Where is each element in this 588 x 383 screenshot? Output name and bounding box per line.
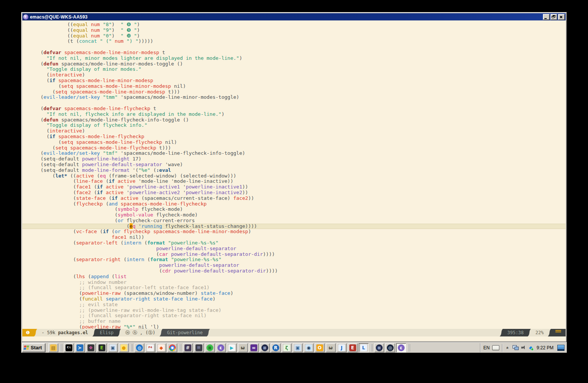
major-mode-segment[interactable]: Elisp bbox=[97, 329, 117, 336]
code-line[interactable]: ;; (powerline-raw evil-mode-line-tag sta… bbox=[41, 308, 566, 313]
code-line[interactable]: (or flycheck-current-errors bbox=[41, 218, 566, 224]
code-line[interactable]: (defun spacemacs/mode-line-minor-modes-t… bbox=[41, 61, 566, 67]
code-line[interactable]: (setq-default powerline-height 17) bbox=[41, 156, 566, 162]
code-line[interactable]: (symbol-value flycheck-mode) bbox=[41, 212, 566, 218]
taskbar-grip[interactable] bbox=[371, 344, 372, 352]
taskbar-grip[interactable] bbox=[131, 344, 133, 352]
quick-launch-folder[interactable]: ▤ bbox=[48, 343, 58, 352]
code-line[interactable]: (defvar spacemacs-mode-line-flycheckp t bbox=[41, 106, 566, 112]
hud-segment[interactable] bbox=[552, 329, 566, 336]
quick-launch-audio[interactable]: ||| bbox=[194, 343, 204, 352]
echo-area[interactable] bbox=[22, 336, 566, 341]
quick-launch-cmd[interactable]: C:\ bbox=[64, 343, 74, 352]
code-line[interactable]: "Toggle display of flycheck info." bbox=[41, 123, 566, 128]
code-line[interactable]: (funcall separator-right state-face line… bbox=[41, 296, 566, 302]
code-line[interactable]: (separator-left (intern (format "powerli… bbox=[41, 240, 566, 246]
taskbar-clock[interactable]: 9:22 PM bbox=[535, 345, 555, 350]
task-steam[interactable]: ◎ bbox=[385, 343, 395, 352]
quick-launch-duck[interactable]: ● bbox=[119, 343, 129, 352]
code-line[interactable]: (face2 (if active 'powerline-active2 'po… bbox=[41, 190, 566, 196]
quick-launch-spotify[interactable]: ≋ bbox=[205, 343, 215, 352]
hide-icons-chevron[interactable]: « bbox=[505, 346, 510, 350]
code-line[interactable]: ((equal num "8") " ❽ ") bbox=[41, 22, 566, 28]
quick-launch-gimp-2[interactable]: ω bbox=[326, 343, 336, 352]
code-line[interactable]: "If not nil, minor modes lighter are dis… bbox=[41, 56, 566, 61]
restore-button[interactable] bbox=[550, 14, 557, 20]
code-line[interactable]: (interactive) bbox=[41, 128, 566, 134]
quick-launch-emacs-red[interactable]: E bbox=[348, 343, 358, 352]
quick-launch-outlook[interactable]: O bbox=[315, 343, 325, 352]
code-line[interactable]: (flycheckp (and spacemacs-mode-line-flyc… bbox=[41, 201, 566, 207]
quick-launch-gimp[interactable]: ω bbox=[238, 343, 248, 352]
buffer-info-segment[interactable]: - 59k packages.el bbox=[38, 329, 92, 336]
code-line[interactable]: powerline-default-separator bbox=[41, 263, 566, 268]
code-line[interactable]: ((equal num "0") " ❿ ") bbox=[41, 33, 566, 39]
scroll-percent-segment[interactable]: 22% bbox=[532, 329, 547, 336]
vc-branch-segment[interactable]: Git-powerline bbox=[164, 329, 206, 336]
code-line[interactable]: ;; evil state bbox=[41, 302, 566, 308]
code-line[interactable]: (evil-leader/set-key "tmf" 'spacemacs/mo… bbox=[41, 151, 566, 156]
code-line[interactable]: (defun spacemacs/mode-line-flycheck-info… bbox=[41, 117, 566, 123]
minor-modes-segment[interactable]: Ⓗ Ⓐ , (Ⓢ) bbox=[122, 329, 159, 336]
show-desktop-icon[interactable] bbox=[557, 345, 565, 351]
code-line[interactable]: (evil-leader/set-key "tmm" 'spacemacs/mo… bbox=[41, 95, 566, 100]
network-icon[interactable] bbox=[513, 345, 519, 350]
quick-launch-chrome[interactable] bbox=[167, 343, 177, 352]
task-linqpad[interactable]: L bbox=[359, 343, 369, 352]
quick-launch-r[interactable]: R bbox=[271, 343, 281, 352]
quick-launch-eye[interactable]: ◉ bbox=[304, 343, 314, 352]
code-line[interactable]: powerline-default-separator bbox=[41, 246, 566, 252]
code-line[interactable]: (lhs (append (list bbox=[41, 274, 566, 280]
keyboard-icon[interactable] bbox=[492, 345, 499, 350]
code-line[interactable]: ((equal num "9") " ❾ ") bbox=[41, 28, 566, 33]
code-line[interactable]: (setq spacemacs-mode-line-flycheckp t))) bbox=[41, 145, 566, 151]
code-line[interactable]: (if spacemacs-mode-line-minor-modesp bbox=[41, 78, 566, 84]
close-button[interactable] bbox=[558, 14, 565, 20]
taskbar-grip[interactable] bbox=[408, 344, 410, 352]
buffer-text[interactable]: ((equal num "8") " ❽ ") ((equal num "9")… bbox=[22, 20, 566, 329]
code-line[interactable]: "If not nil, flycheck info are displayed… bbox=[41, 112, 566, 117]
code-line[interactable]: (setq-default powerline-default-separato… bbox=[41, 162, 566, 168]
code-line[interactable]: (face1 (if active 'powerline-active1 'po… bbox=[41, 184, 566, 190]
code-line[interactable]: (cdr powerline-default-separator-dir)))) bbox=[41, 268, 566, 274]
quick-launch-slack[interactable]: # bbox=[183, 343, 193, 352]
quick-launch-visual-studio[interactable]: ∞ bbox=[249, 343, 259, 352]
code-line[interactable]: (separator-right (intern (format "powerl… bbox=[41, 257, 566, 263]
code-line[interactable]: (eq 'running flycheck-last-status-change… bbox=[22, 224, 566, 229]
code-line[interactable]: (symbolp flycheck-mode) bbox=[41, 207, 566, 212]
quick-launch-jabber[interactable]: J bbox=[337, 343, 347, 352]
code-line[interactable]: (setq spacemacs-mode-line-minor-modesp n… bbox=[41, 84, 566, 89]
code-line[interactable]: (if spacemacs-mode-line-flycheckp bbox=[41, 134, 566, 140]
code-line[interactable]: (powerline-raw (spacemacs/window-number)… bbox=[41, 291, 566, 296]
dropbox-icon[interactable]: ◆ bbox=[529, 345, 533, 350]
task-emacs-active[interactable]: ε bbox=[396, 343, 406, 352]
code-line[interactable]: (let* ((active (eq (frame-selected-windo… bbox=[41, 173, 566, 179]
title-bar[interactable]: ε emacs@QUE-WKS-AA593 bbox=[22, 13, 566, 20]
code-line[interactable]: (car powerline-default-separator-dir)))) bbox=[41, 252, 566, 257]
quick-launch-eclipse[interactable]: ≡ bbox=[260, 343, 270, 352]
code-line[interactable]: (powerline-raw "%*" nil 'l) bbox=[41, 324, 566, 329]
code-line[interactable]: face1 nil)) bbox=[41, 235, 566, 240]
code-line[interactable]: "Toggle display of minor modes." bbox=[41, 67, 566, 72]
code-line[interactable]: (setq spacemacs-mode-line-minor-modesp t… bbox=[41, 89, 566, 95]
code-line[interactable]: (t (concat " (" num ") "))))) bbox=[41, 39, 566, 44]
code-line[interactable]: ;; buffer name bbox=[41, 319, 566, 324]
filler-segment[interactable] bbox=[211, 329, 499, 336]
code-line[interactable]: (state-face (if active (spacemacs/curren… bbox=[41, 196, 566, 201]
volume-icon[interactable] bbox=[521, 345, 526, 350]
quick-launch-globe[interactable]: ◍ bbox=[134, 343, 144, 352]
code-line[interactable]: (defvar spacemacs-mode-line-minor-modesp… bbox=[41, 50, 566, 56]
code-line[interactable]: (interactive) bbox=[41, 72, 566, 78]
quick-launch-google-play[interactable]: ▶ bbox=[227, 343, 237, 352]
language-indicator[interactable]: EN bbox=[483, 345, 490, 350]
quick-launch-media[interactable]: ❖ bbox=[86, 343, 96, 352]
quick-launch-remote-desktop[interactable]: ▣ bbox=[108, 343, 118, 352]
window-number-segment[interactable]: ❶ bbox=[22, 329, 33, 336]
code-line[interactable] bbox=[41, 44, 566, 50]
quick-launch-perforce[interactable]: P4 bbox=[145, 343, 155, 352]
start-button[interactable]: Start bbox=[22, 343, 45, 352]
code-line[interactable]: ;; window number bbox=[41, 280, 566, 285]
minimize-button[interactable] bbox=[543, 14, 550, 20]
code-line[interactable]: (setq-default mode-line-format '("%e" (:… bbox=[41, 168, 566, 173]
code-line[interactable]: (line-face (if active 'mode-line 'mode-l… bbox=[41, 179, 566, 184]
